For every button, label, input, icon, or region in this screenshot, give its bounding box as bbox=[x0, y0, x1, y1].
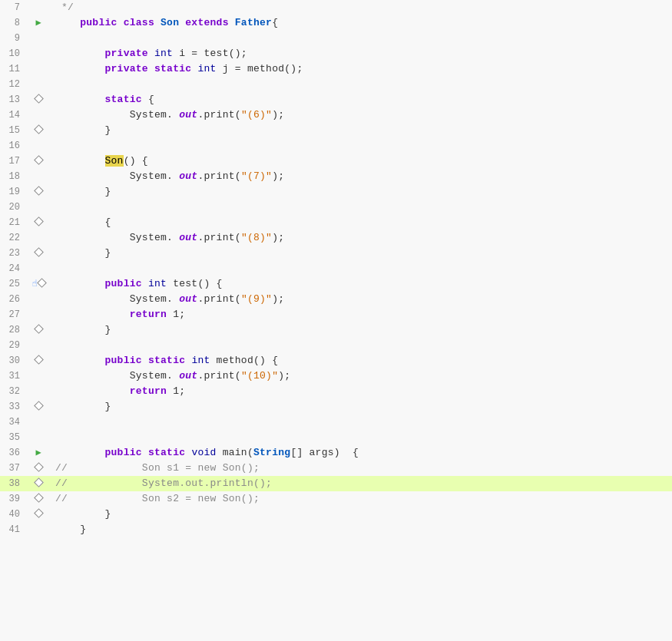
breakpoint-diamond-icon[interactable] bbox=[35, 246, 42, 261]
gutter bbox=[25, 246, 52, 261]
line-number: 36 bbox=[0, 445, 25, 461]
gutter bbox=[25, 461, 52, 476]
code-text: public static void main(String[] args) { bbox=[52, 445, 672, 461]
code-line: 37// Son s1 = new Son(); bbox=[0, 461, 672, 476]
code-text: private int i = test(); bbox=[52, 46, 672, 61]
line-number: 26 bbox=[0, 292, 25, 307]
line-number: 7 bbox=[0, 0, 25, 15]
line-number: 40 bbox=[0, 507, 25, 522]
gutter bbox=[25, 184, 52, 200]
code-text: Son() { bbox=[52, 154, 672, 169]
gutter: ☝ bbox=[25, 276, 52, 292]
code-line: 24 bbox=[0, 261, 672, 276]
code-text: return 1; bbox=[52, 307, 672, 322]
line-number: 29 bbox=[0, 338, 25, 353]
code-text: } bbox=[52, 246, 672, 261]
breakpoint-diamond-icon[interactable] bbox=[35, 476, 42, 491]
code-line: 18 System. out.print("(7)"); bbox=[0, 169, 672, 184]
code-line: 12 bbox=[0, 77, 672, 92]
breakpoint-diamond-icon[interactable] bbox=[35, 491, 42, 507]
breakpoint-diamond-icon[interactable] bbox=[35, 461, 42, 476]
breakpoint-diamond-icon[interactable] bbox=[35, 322, 42, 338]
line-number: 10 bbox=[0, 46, 25, 61]
expand-arrow-icon[interactable]: ▶ bbox=[35, 445, 41, 461]
gutter bbox=[25, 476, 52, 491]
line-number: 14 bbox=[0, 107, 25, 123]
code-text: System. out.print("(10)"); bbox=[52, 368, 672, 384]
code-line: 30 public static int method() { bbox=[0, 353, 672, 368]
debug-up-arrow-icon: ☝ bbox=[31, 276, 37, 292]
code-line: 31 System. out.print("(10)"); bbox=[0, 368, 672, 384]
code-line: 9 bbox=[0, 31, 672, 46]
line-number: 41 bbox=[0, 522, 25, 537]
breakpoint-diamond-icon[interactable] bbox=[35, 123, 42, 138]
code-line: 27 return 1; bbox=[0, 307, 672, 322]
expand-arrow-icon[interactable]: ▶ bbox=[35, 15, 41, 31]
line-number: 13 bbox=[0, 92, 25, 107]
code-line: 19 } bbox=[0, 184, 672, 200]
breakpoint-diamond-icon[interactable] bbox=[35, 154, 42, 169]
code-text: System. out.print("(9)"); bbox=[52, 292, 672, 307]
gutter: ▶ bbox=[25, 15, 52, 31]
code-text: // System.out.println(); bbox=[52, 476, 672, 491]
line-number: 16 bbox=[0, 138, 25, 154]
code-line: 38// System.out.println(); bbox=[0, 476, 672, 491]
code-text: { bbox=[52, 215, 672, 230]
code-line: 21 { bbox=[0, 215, 672, 230]
line-number: 35 bbox=[0, 430, 25, 445]
line-number: 8 bbox=[0, 15, 25, 31]
code-line: 7 */ bbox=[0, 0, 672, 15]
code-text: private static int j = method(); bbox=[52, 61, 672, 77]
line-number: 27 bbox=[0, 307, 25, 322]
code-line: 40 } bbox=[0, 507, 672, 522]
gutter bbox=[25, 322, 52, 338]
breakpoint-diamond-icon[interactable] bbox=[35, 184, 42, 200]
code-line: 41 } bbox=[0, 522, 672, 537]
code-line: 32 return 1; bbox=[0, 384, 672, 399]
breakpoint-diamond-icon[interactable] bbox=[35, 353, 42, 368]
line-number: 17 bbox=[0, 154, 25, 169]
line-number: 21 bbox=[0, 215, 25, 230]
code-line: 20 bbox=[0, 200, 672, 215]
line-number: 31 bbox=[0, 368, 25, 384]
code-line: 10 private int i = test(); bbox=[0, 46, 672, 61]
code-text: } bbox=[52, 184, 672, 200]
code-line: 39// Son s2 = new Son(); bbox=[0, 491, 672, 507]
line-number: 11 bbox=[0, 61, 25, 77]
code-line: 15 } bbox=[0, 123, 672, 138]
code-text: System. out.print("(6)"); bbox=[52, 107, 672, 123]
code-line: 17 Son() { bbox=[0, 154, 672, 169]
code-line: 13 static { bbox=[0, 92, 672, 107]
code-text: static { bbox=[52, 92, 672, 107]
code-line: 33 } bbox=[0, 399, 672, 415]
code-line: 34 bbox=[0, 415, 672, 430]
gutter bbox=[25, 353, 52, 368]
breakpoint-diamond-icon[interactable] bbox=[35, 507, 42, 522]
line-number: 12 bbox=[0, 77, 25, 92]
gutter bbox=[25, 154, 52, 169]
code-line: 16 bbox=[0, 138, 672, 154]
line-number: 28 bbox=[0, 322, 25, 338]
breakpoint-diamond-icon[interactable] bbox=[35, 92, 42, 107]
line-number: 30 bbox=[0, 353, 25, 368]
gutter bbox=[25, 123, 52, 138]
gutter: ▶ bbox=[25, 445, 52, 461]
breakpoint-diamond-icon[interactable] bbox=[35, 215, 42, 230]
line-number: 25 bbox=[0, 276, 25, 292]
gutter bbox=[25, 491, 52, 507]
breakpoint-diamond-icon[interactable] bbox=[35, 399, 42, 415]
code-text: } bbox=[52, 399, 672, 415]
code-line: 8▶ public class Son extends Father{ bbox=[0, 15, 672, 31]
breakpoint-diamond-icon[interactable] bbox=[38, 276, 45, 292]
line-number: 37 bbox=[0, 461, 25, 476]
line-number: 32 bbox=[0, 384, 25, 399]
gutter bbox=[25, 507, 52, 522]
line-number: 20 bbox=[0, 200, 25, 215]
code-line: 36▶ public static void main(String[] arg… bbox=[0, 445, 672, 461]
line-number: 23 bbox=[0, 246, 25, 261]
code-line: 11 private static int j = method(); bbox=[0, 61, 672, 77]
code-line: 26 System. out.print("(9)"); bbox=[0, 292, 672, 307]
code-line: 35 bbox=[0, 430, 672, 445]
line-number: 39 bbox=[0, 491, 25, 507]
code-text: System. out.print("(8)"); bbox=[52, 230, 672, 246]
